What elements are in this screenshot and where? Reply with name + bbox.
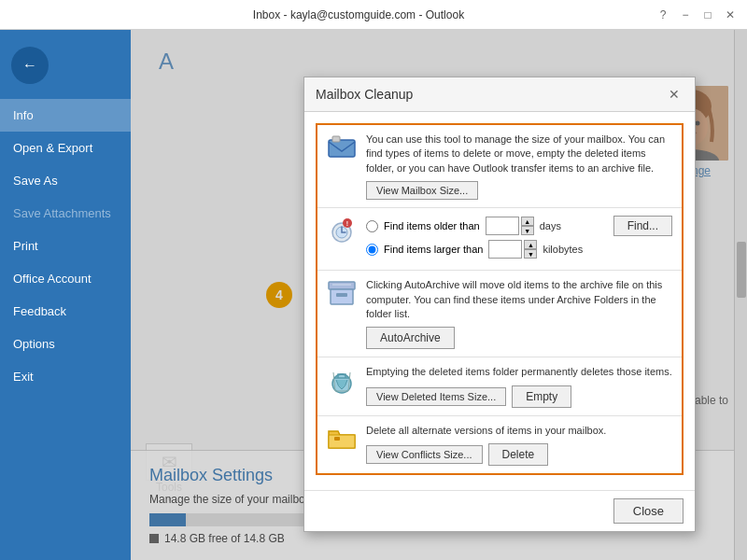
svg-text:!: ! [346, 220, 348, 227]
days-spinner-buttons: ▲ ▼ [521, 217, 534, 235]
archive-icon [327, 278, 357, 308]
sidebar-item-print[interactable]: Print [0, 230, 131, 262]
view-mailbox-size-row: View Mailbox Size... [366, 181, 672, 200]
days-unit-label: days [540, 220, 561, 231]
main-layout: ← Info Open & Export Save As Save Attach… [0, 30, 747, 560]
trash-icon [327, 365, 357, 395]
kb-input[interactable]: 250 [488, 240, 522, 259]
mailbox-icon [327, 133, 357, 162]
sidebar-item-open-export[interactable]: Open & Export [0, 132, 131, 164]
window-close-button[interactable]: ✕ [721, 6, 740, 24]
sidebar-item-info[interactable]: Info [0, 99, 131, 132]
mailbox-svg-icon [327, 133, 357, 162]
find-larger-row: Find items larger than 250 ▲ ▼ kilobytes [366, 240, 672, 259]
delete-section: Delete all alternate versions of items i… [317, 416, 682, 473]
empty-section: Emptying the deleted items folder perman… [317, 357, 682, 415]
svg-rect-19 [334, 437, 340, 441]
dialog-title-bar: Mailbox Cleanup ✕ [304, 77, 695, 112]
mailbox-cleanup-dialog: Mailbox Cleanup ✕ [303, 77, 696, 532]
svg-rect-13 [329, 282, 355, 289]
find-larger-radio[interactable] [366, 244, 378, 256]
find-items-content: Find items older than 90 ▲ ▼ days Find [366, 216, 672, 262]
empty-btn-row: View Deleted Items Size... Empty [366, 385, 672, 408]
sidebar: ← Info Open & Export Save As Save Attach… [0, 30, 131, 560]
dialog-footer: Close [304, 490, 695, 531]
close-dialog-button[interactable]: Close [613, 498, 684, 524]
find-button[interactable]: Find... [613, 216, 672, 236]
find-larger-label: Find items larger than [384, 244, 483, 255]
title-bar: Inbox - kayla@customguide.com - Outlook … [0, 0, 747, 30]
svg-rect-15 [336, 293, 347, 297]
dialog-title: Mailbox Cleanup [316, 87, 413, 102]
find-older-radio[interactable] [366, 220, 378, 232]
empty-content: Emptying the deleted items folder perman… [366, 365, 672, 407]
find-older-label: Find items older than [384, 220, 480, 231]
maximize-button[interactable]: □ [698, 6, 717, 24]
dialog-close-button[interactable]: ✕ [665, 85, 684, 104]
autoarchive-text: Clicking AutoArchive will move old items… [366, 278, 672, 321]
calendar-icon: ! [327, 216, 357, 245]
info-content: You can use this tool to manage the size… [366, 133, 672, 200]
days-input[interactable]: 90 [486, 217, 519, 235]
calendar-svg-icon: ! [327, 216, 357, 245]
empty-text: Emptying the deleted items folder perman… [366, 365, 672, 379]
minimize-button[interactable]: − [676, 6, 695, 24]
delete-content: Delete all alternate versions of items i… [366, 424, 672, 466]
view-conflicts-size-button[interactable]: View Conflicts Size... [366, 445, 483, 464]
kb-spinner-buttons: ▲ ▼ [524, 240, 537, 259]
orange-border-container: You can use this tool to manage the size… [316, 123, 684, 475]
help-button[interactable]: ? [654, 6, 672, 24]
dialog-body: You can use this tool to manage the size… [304, 112, 695, 490]
autoarchive-button[interactable]: AutoArchive [366, 327, 455, 349]
back-button[interactable]: ← [11, 47, 49, 84]
svg-rect-8 [332, 136, 340, 142]
kb-decrement-button[interactable]: ▼ [524, 249, 537, 259]
find-older-row: Find items older than 90 ▲ ▼ days Find [366, 216, 672, 236]
delete-btn-row: View Conflicts Size... Delete [366, 443, 672, 466]
sidebar-item-save-attachments: Save Attachments [0, 197, 131, 230]
svg-rect-7 [329, 140, 355, 157]
window-title: Inbox - kayla@customguide.com - Outlook [63, 8, 654, 21]
kb-unit-label: kilobytes [543, 244, 583, 255]
days-spinner: 90 ▲ ▼ [486, 217, 534, 235]
info-section: You can use this tool to manage the size… [317, 125, 682, 208]
sidebar-item-options[interactable]: Options [0, 328, 131, 360]
content-area: A [131, 30, 747, 560]
folder-icon [327, 424, 357, 454]
empty-button[interactable]: Empty [512, 385, 571, 408]
info-text: You can use this tool to manage the size… [366, 133, 672, 175]
folder-svg-icon [327, 424, 357, 454]
autoarchive-section: Clicking AutoArchive will move old items… [317, 271, 682, 357]
days-increment-button[interactable]: ▲ [521, 217, 534, 226]
svg-rect-18 [329, 435, 355, 448]
view-mailbox-size-button[interactable]: View Mailbox Size... [366, 181, 478, 200]
trash-svg-icon [327, 365, 357, 395]
autoarchive-content: Clicking AutoArchive will move old items… [366, 278, 672, 349]
sidebar-item-exit[interactable]: Exit [0, 360, 131, 393]
delete-button[interactable]: Delete [488, 443, 549, 466]
sidebar-item-save-as[interactable]: Save As [0, 164, 131, 197]
window-controls: ? − □ ✕ [654, 6, 740, 24]
kb-spinner: 250 ▲ ▼ [488, 240, 537, 259]
sidebar-item-office-account[interactable]: Office Account [0, 262, 131, 295]
sidebar-item-feedback[interactable]: Feedback [0, 295, 131, 328]
find-items-section: ! Find items older than 90 ▲ [317, 208, 682, 271]
days-decrement-button[interactable]: ▼ [521, 226, 534, 235]
archive-svg-icon [327, 278, 357, 308]
kb-increment-button[interactable]: ▲ [524, 240, 537, 249]
view-deleted-size-button[interactable]: View Deleted Items Size... [366, 387, 506, 406]
delete-text: Delete all alternate versions of items i… [366, 424, 672, 438]
